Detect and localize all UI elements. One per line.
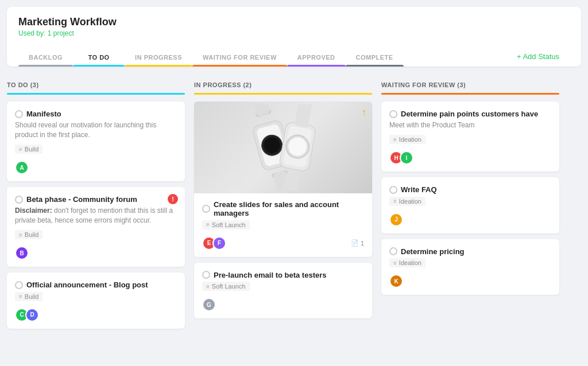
doc-badge-create-slides: 📄 1 [351, 239, 364, 247]
tag-icon-determine-pain-points: ≡ [393, 137, 397, 143]
card-title-pre-launch-email: Pre-launch email to beta testers [202, 271, 364, 279]
card-footer-beta-phase: B [15, 246, 177, 260]
avatar-group-pre-launch-email: G [202, 298, 216, 312]
up-arrow-icon: ↑ [362, 107, 366, 118]
status-tab-backlog[interactable]: BACKLOG [18, 48, 73, 67]
card-title-write-faq: Write FAQ [389, 185, 551, 194]
tag-icon-manifesto: ≡ [19, 146, 22, 153]
card-footer-create-slides: EF 📄 1 [202, 236, 364, 250]
status-tab-bar-backlog [18, 65, 73, 67]
card-tag-manifesto: ≡ Build [15, 145, 42, 154]
status-tab-bar-todo [73, 65, 125, 67]
avatar-pre-launch-email-0: G [202, 298, 216, 312]
avatar-group-write-faq: J [389, 213, 403, 227]
card-footer-pre-launch-email: G [202, 298, 364, 312]
svg-rect-6 [252, 104, 270, 116]
card-official-announcement[interactable]: Official announcement - Blog post ≡ Buil… [7, 272, 185, 329]
card-image-create-slides: ↑ [194, 102, 372, 193]
card-title-create-slides: Create slides for sales and account mana… [202, 200, 364, 217]
tag-icon-pre-launch-email: ≡ [206, 283, 210, 290]
avatar-group-manifesto: A [15, 161, 29, 174]
card-footer-official-announcement: CD [15, 308, 177, 322]
column-bar-todo [7, 93, 185, 95]
card-title-beta-phase: Beta phase - Community forum [15, 195, 177, 204]
circle-icon-determine-pricing [389, 247, 397, 255]
status-tab-bar-complete [346, 65, 404, 67]
column-bar-waitingforreview [381, 93, 559, 95]
avatar-manifesto-0: A [15, 161, 29, 174]
circle-icon-determine-pain-points [389, 110, 397, 118]
card-manifesto[interactable]: Manifesto Should reveal our motivation f… [7, 102, 185, 181]
card-beta-phase[interactable]: ! Beta phase - Community forum Disclaime… [7, 187, 185, 267]
avatar-official-announcement-1: D [25, 308, 39, 322]
card-create-slides[interactable]: ↑ Create slides for sales and account ma… [194, 102, 372, 257]
board: TO DO (3) Manifesto Should reveal our mo… [0, 73, 588, 341]
card-footer-manifesto: A [15, 161, 177, 174]
avatar-determine-pricing-0: K [389, 274, 403, 288]
avatar-determine-pain-points-1: I [400, 151, 413, 165]
avatar-group-determine-pricing: K [389, 274, 403, 288]
card-tag-beta-phase: ≡ Build [15, 230, 42, 239]
status-tab-bar-inprogress [125, 65, 192, 67]
card-desc-beta-phase: Disclaimer: don't forget to mention that… [15, 206, 177, 225]
card-tag-write-faq: ≡ Ideation [389, 197, 425, 206]
card-tag-determine-pain-points: ≡ Ideation [389, 135, 425, 144]
card-footer-determine-pricing: K [389, 274, 551, 288]
card-tag-official-announcement: ≡ Build [15, 292, 42, 301]
status-tab-complete[interactable]: COMPLETE [346, 48, 404, 67]
column-inprogress: IN PROGRESS (2) [194, 73, 372, 334]
error-badge-beta-phase: ! [168, 194, 178, 204]
header-card: Marketing Workflow Used by: 1 project BA… [7, 7, 581, 67]
circle-icon-beta-phase [15, 196, 23, 204]
status-tab-bar-waitingforreview [192, 65, 287, 67]
card-tag-create-slides: ≡ Soft Launch [202, 220, 250, 229]
card-title-determine-pain-points: Determine pain points customers have [389, 110, 551, 118]
column-header-todo: TO DO (3) [7, 73, 185, 93]
status-tab-bar-approved [287, 65, 346, 67]
card-desc-manifesto: Should reveal our motivation for launchi… [15, 120, 177, 140]
card-tag-determine-pricing: ≡ Ideation [389, 258, 425, 267]
avatar-beta-phase-0: B [15, 246, 29, 260]
card-title-determine-pricing: Determine pricing [389, 247, 551, 256]
card-pre-launch-email[interactable]: Pre-launch email to beta testers ≡ Soft … [194, 263, 372, 319]
status-tab-waitingforreview[interactable]: WAITING FOR REVIEW [192, 48, 287, 67]
tag-icon-beta-phase: ≡ [19, 232, 22, 238]
svg-rect-12 [294, 104, 313, 128]
tag-icon-determine-pricing: ≡ [393, 260, 397, 266]
status-tab-inprogress[interactable]: IN PROGRESS [125, 48, 192, 67]
circle-icon-write-faq [389, 186, 397, 194]
column-todo: TO DO (3) Manifesto Should reveal our mo… [7, 73, 185, 334]
circle-icon-manifesto [15, 110, 23, 118]
circle-icon-pre-launch-email [202, 271, 210, 279]
circle-icon-official-announcement [15, 281, 23, 289]
card-desc-determine-pain-points: Meet with the Product Team [389, 120, 551, 130]
header-title: Marketing Workflow [18, 16, 570, 28]
doc-icon: 📄 [351, 239, 359, 247]
avatar-group-create-slides: EF [202, 236, 226, 250]
card-determine-pain-points[interactable]: Determine pain points customers have Mee… [381, 102, 559, 172]
header-subtitle: Used by: 1 project [18, 29, 570, 37]
add-status-button[interactable]: + Add Status [506, 46, 570, 67]
status-tabs: BACKLOG TO DO IN PROGRESS WAITING FOR RE… [18, 46, 570, 67]
card-tag-pre-launch-email: ≡ Soft Launch [202, 282, 250, 291]
card-title-manifesto: Manifesto [15, 110, 177, 118]
avatar-create-slides-1: F [212, 236, 226, 250]
avatar-group-determine-pain-points: HI [389, 151, 413, 165]
card-write-faq[interactable]: Write FAQ ≡ Ideation J [381, 177, 559, 233]
circle-icon-create-slides [202, 205, 210, 213]
column-header-inprogress: IN PROGRESS (2) [194, 73, 372, 93]
used-by-link[interactable]: 1 project [48, 29, 74, 37]
status-tab-todo[interactable]: TO DO [73, 48, 125, 67]
card-determine-pricing[interactable]: Determine pricing ≡ Ideation K [381, 239, 559, 295]
column-bar-inprogress [194, 93, 372, 95]
tag-icon-create-slides: ≡ [206, 221, 210, 228]
column-waitingforreview: WAITING FOR REVIEW (3) Determine pain po… [381, 73, 559, 334]
status-tab-approved[interactable]: APPROVED [287, 48, 346, 67]
card-title-official-announcement: Official announcement - Blog post [15, 281, 177, 289]
tag-icon-write-faq: ≡ [393, 198, 397, 204]
column-header-waitingforreview: WAITING FOR REVIEW (3) [381, 73, 559, 93]
avatar-group-official-announcement: CD [15, 308, 39, 322]
card-footer-determine-pain-points: HI [389, 151, 551, 165]
card-footer-write-faq: J [389, 213, 551, 227]
avatar-write-faq-0: J [389, 213, 403, 227]
